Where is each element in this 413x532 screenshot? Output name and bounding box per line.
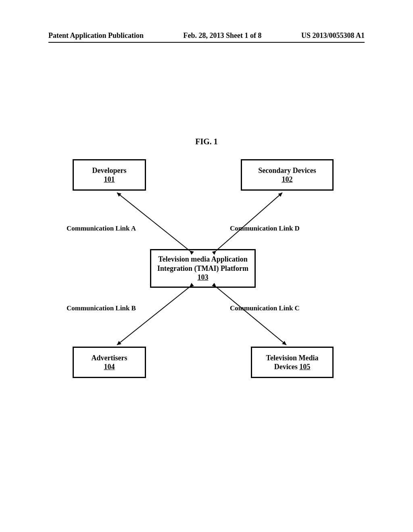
svg-line-0 <box>117 193 190 251</box>
box-platform-line2: Integration (TMAI) Platform <box>157 264 248 273</box>
header-left: Patent Application Publication <box>48 31 144 40</box>
box-tv-media-ref: 105 <box>299 363 310 371</box>
header-center: Feb. 28, 2013 Sheet 1 of 8 <box>184 31 262 40</box>
box-platform-line1: Television media Application <box>158 255 247 264</box>
svg-line-3 <box>216 287 286 345</box>
link-label-a: Communication Link A <box>67 224 136 233</box>
box-advertisers-ref: 104 <box>104 362 115 372</box>
box-tv-media-devices: Television Media Devices 105 <box>251 347 334 378</box>
box-tv-media-line2-wrap: Devices 105 <box>274 362 310 372</box>
box-secondary-label: Secondary Devices <box>258 166 316 175</box>
box-advertisers-label: Advertisers <box>92 353 127 363</box>
link-label-d: Communication Link D <box>230 224 300 233</box>
link-label-c: Communication Link C <box>230 304 300 312</box>
box-secondary-ref: 102 <box>282 175 293 184</box>
page: Patent Application Publication Feb. 28, … <box>0 0 413 532</box>
header-rule <box>48 42 365 43</box>
box-tmai-platform: Television media Application Integration… <box>150 249 256 288</box>
link-label-b: Communication Link B <box>67 304 136 312</box>
box-secondary-devices: Secondary Devices 102 <box>241 159 334 191</box>
box-developers-ref: 101 <box>104 175 115 184</box>
figure-title: FIG. 1 <box>0 137 413 146</box>
box-advertisers: Advertisers 104 <box>73 347 146 378</box>
svg-line-2 <box>117 287 190 345</box>
box-tv-media-line2: Devices <box>274 363 299 371</box>
header-right: US 2013/0055308 A1 <box>301 31 365 40</box>
box-developers-label: Developers <box>92 166 127 175</box>
box-developers: Developers 101 <box>73 159 146 191</box>
svg-line-1 <box>216 193 282 251</box>
box-platform-ref: 103 <box>198 273 209 282</box>
page-header: Patent Application Publication Feb. 28, … <box>48 31 365 40</box>
box-tv-media-line1: Television Media <box>266 353 319 363</box>
